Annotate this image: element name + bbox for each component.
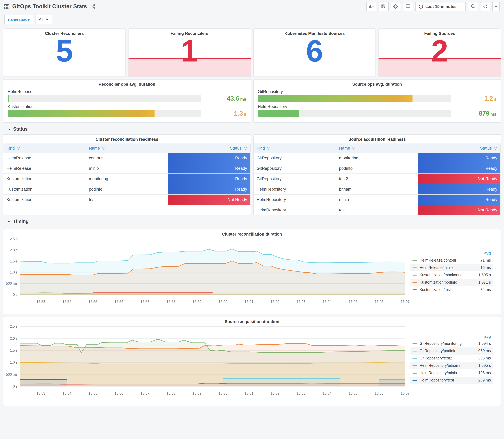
svg-text:16:02: 16:02 [270,300,279,304]
kind-cell: Kustomization [3,184,86,195]
legend-item[interactable]: HelmRepository/bitnami1.695 s [410,362,493,369]
panel-title[interactable]: Cluster reconciliation readiness [3,134,250,142]
legend-avg-header[interactable]: avg [410,333,493,340]
status-cell: Ready [418,153,501,163]
legend-swatch-icon [413,260,417,261]
svg-text:15:55: 15:55 [88,391,97,395]
svg-text:16:02: 16:02 [270,391,279,395]
legend-item[interactable]: HelmRelease/minio16 ms [410,264,493,271]
dashboard-header: GitOps Toolkit Cluster Stats [0,0,504,13]
gauge-value: 43.6ms [201,95,246,102]
legend-series-avg: 1.594 s [478,341,491,346]
legend-swatch-icon [413,358,417,359]
column-header-name[interactable]: Name [86,144,168,153]
section-row-status[interactable]: Status [3,123,501,134]
gauge-rows: GitRepository1.2sHelmRepository879ms [254,86,501,117]
legend-series-name: Kustomization/monitoring [419,273,478,277]
dashboards-grid-icon[interactable] [4,4,10,9]
section-row-timing[interactable]: Timing [3,215,501,227]
svg-text:16:05: 16:05 [349,391,357,395]
panel-title[interactable]: Source ops avg. duration [254,80,501,86]
namespace-filter-label: namespace [4,15,33,24]
legend-series-avg: 1.071 s [478,280,491,284]
status-cell: Ready [418,163,501,174]
legend-item[interactable]: Kustomization/test84 ms [410,286,493,293]
legend-item[interactable]: Kustomization/monitoring1.605 s [410,271,493,279]
svg-text:16:00: 16:00 [219,300,227,304]
save-dashboard-button[interactable] [379,2,389,11]
cycle-view-mode-button[interactable] [403,2,413,11]
svg-text:16:01: 16:01 [245,300,253,304]
page-title: GitOps Toolkit Cluster Stats [12,3,87,10]
svg-text:1.0 s: 1.0 s [10,270,17,274]
collapse-chevron-icon [7,127,11,131]
namespace-filter-value[interactable]: All [35,15,52,24]
dashboard: GitOps Toolkit Cluster Stats [0,0,504,439]
chart-legend: avgHelmRelease/contour71 msHelmRelease/m… [410,250,499,305]
legend-item[interactable]: GitRepository/podinfo980 ms [410,347,493,354]
name-cell: contour [86,153,168,163]
column-header-name[interactable]: Name [336,144,418,153]
refresh-button[interactable] [480,2,490,11]
status-badge: Not Ready [418,205,500,215]
column-header-status[interactable]: Status [168,144,250,153]
clock-icon [419,4,423,9]
status-cell: Not Ready [418,174,501,184]
section-title: Timing [13,219,29,224]
refresh-interval-dropdown[interactable] [492,2,500,11]
status-badge: Not Ready [168,195,250,205]
legend-item[interactable]: Kustomization/podinfo1.071 s [410,279,493,286]
legend-series-name: Kustomization/podinfo [419,280,478,284]
table-row: GitRepositorypodinfoReady [254,163,501,174]
legend-avg-header[interactable]: avg [410,250,493,257]
name-cell: test [336,205,418,215]
name-cell: monitoring [336,153,418,163]
svg-text:500 ms: 500 ms [6,281,18,285]
namespace-filter-current: All [39,17,43,22]
legend-series-avg: 980 ms [478,349,491,353]
zoom-out-time-button[interactable] [468,2,478,11]
gauge-track [8,110,201,117]
table-row: HelmRepositoryminioReady [254,195,501,205]
svg-text:2.5 s: 2.5 s [10,237,17,241]
kind-cell: HelmRelease [3,153,86,163]
table-row: HelmRepositorybitnamiReady [254,184,501,195]
table-panel-cluster-readiness: Cluster reconciliation readiness KindNam… [3,134,251,215]
legend-swatch-icon [413,282,417,283]
dashboard-toolbar: Last 15 minutes [366,2,500,11]
time-series-plot[interactable]: 0 s500 ms1.0 s1.5 s2.0 s2.5 s15:5315:541… [5,237,410,305]
panel-title[interactable]: Reconciler ops avg. duration [3,80,250,86]
legend-item[interactable]: GitRepository/monitoring1.594 s [410,340,493,347]
svg-text:15:54: 15:54 [62,300,71,304]
status-cell: Ready [418,195,501,205]
legend-item[interactable]: GitRepository/test2338 ms [410,354,493,362]
share-dashboard-icon[interactable] [91,4,96,9]
add-panel-button[interactable] [366,2,376,11]
panel-title[interactable]: Source acquisition duration [3,317,501,324]
column-header-status[interactable]: Status [418,144,501,153]
chevron-down-icon [459,5,462,8]
svg-text:2.5 s: 2.5 s [10,325,17,329]
dashboard-settings-button[interactable] [391,2,401,11]
gauge-track [258,95,451,102]
legend-item[interactable]: HelmRelease/contour71 ms [410,257,493,264]
svg-text:15:55: 15:55 [88,300,97,304]
name-cell: monitoring [86,174,168,184]
column-header-kind[interactable]: Kind [3,144,86,153]
legend-series-avg: 108 ms [478,371,491,375]
name-cell: minio [336,195,418,205]
time-range-picker[interactable]: Last 15 minutes [415,2,466,11]
kind-cell: Kustomization [3,195,86,205]
svg-text:16:07: 16:07 [401,300,410,304]
legend-item[interactable]: HelmRepository/minio108 ms [410,369,493,377]
status-badge: Ready [168,153,250,163]
column-header-kind[interactable]: Kind [254,144,336,153]
svg-text:16:05: 16:05 [349,300,357,304]
stat-panel-failing-reconcilers: Failing Reconcilers 1 [128,28,251,77]
panel-title[interactable]: Source acquisition readiness [254,134,501,142]
legend-item[interactable]: HelmRepository/test289 ms [410,377,493,384]
filter-icon [16,146,20,150]
panel-title[interactable]: Cluster reconciliation duration [3,230,501,236]
time-series-plot[interactable]: 0 s500 ms1.0 s1.5 s2.0 s2.5 s15:5315:541… [5,325,410,396]
gauge-track [258,110,451,117]
